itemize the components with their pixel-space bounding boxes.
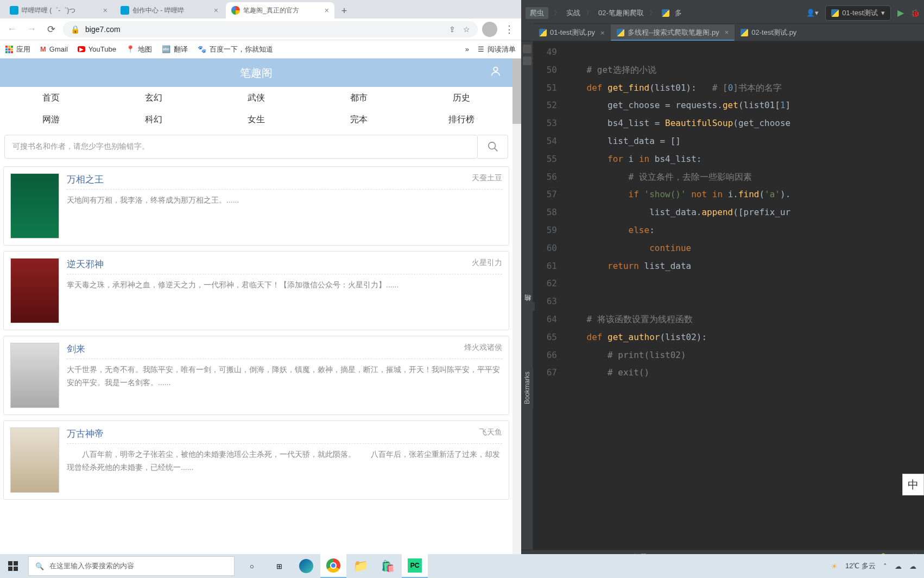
chevron-up-icon[interactable]: ˄ [883,562,887,570]
chrome-button[interactable] [320,554,346,578]
start-button[interactable] [0,554,26,578]
ime-indicator[interactable]: 中 [902,474,924,495]
back-button[interactable]: ← [4,22,20,37]
chrome-tab-0[interactable]: 哔哩哔哩 (゜-゜)つ × [4,2,113,18]
star-icon[interactable]: ☆ [463,25,470,34]
folder-icon: 📁 [353,559,368,573]
close-icon[interactable]: × [325,6,329,15]
structure-icon[interactable] [523,56,531,65]
editor-tab-2[interactable]: 02-test测试.py [735,24,802,41]
book-cover [10,343,59,408]
cortana-button[interactable]: ○ [239,554,265,578]
user-icon[interactable]: 👤▾ [806,9,819,17]
onedrive-icon[interactable]: ☁ [895,562,902,570]
store-button[interactable]: 🛍️ [375,554,401,578]
pycharm-button[interactable]: PC [402,554,428,578]
close-icon[interactable]: × [103,6,107,15]
code-content[interactable]: # get选择的小说 def get_find(list01): # [0]书本… [566,41,924,550]
translate-icon: 🔤 [162,45,170,53]
chrome-tab-2[interactable]: 笔趣阁_真正的官方 × [226,2,334,18]
user-icon[interactable] [490,65,502,80]
weather-text[interactable]: 12℃ 多云 [845,561,876,571]
edge-button[interactable] [293,554,319,578]
forward-button[interactable]: → [24,22,39,37]
book-card[interactable]: 万古神帝 飞天鱼 八百年前，明帝之子张若尘，被他的未婚妻池瑶公主杀死，一代天骄，… [3,420,509,500]
bookmark-gmail[interactable]: MGmail [40,45,68,53]
ide-toolbar: 爬虫 〉 实战 〉 02-笔趣阁爬取 〉 多 👤▾ 01-test测试 ▾ ▶ … [521,2,924,24]
bm-label: 阅读清单 [488,45,516,54]
reload-button[interactable]: ⟳ [43,22,59,37]
menu-button[interactable]: ⋮ [502,22,517,37]
close-icon[interactable]: × [725,28,729,36]
task-view-button[interactable]: ⊞ [266,554,292,578]
nav-item[interactable]: 网游 [0,109,103,130]
bookmarks-tool-tab[interactable]: 结构 [521,302,535,311]
profile-avatar[interactable] [482,22,497,37]
book-card[interactable]: 万相之王 天蚕土豆 天地间有万相，我李洛，终将成为那万相之王。...... [3,166,509,246]
crumb[interactable]: 爬虫 [526,7,548,19]
overflow-icon[interactable]: » [465,45,469,53]
nav-item[interactable]: 玄幻 [103,87,205,109]
share-icon[interactable]: ⇪ [449,25,455,34]
maps-icon: 📍 [126,45,135,53]
search-input[interactable]: 可搜书名和作者，请您少字也别输错字。 [4,135,478,159]
crumb[interactable]: 02-笔趣阁爬取 [598,8,644,18]
apps-button[interactable]: 应用 [5,45,30,54]
book-title[interactable]: 剑来 [67,343,85,355]
bookmarks-tool-tab[interactable]: Bookmarks [521,367,533,409]
search-button[interactable] [478,135,508,159]
new-tab-button[interactable]: + [337,3,352,18]
book-author: 烽火戏诸侯 [464,343,502,355]
editor-tab-0[interactable]: 01-test测试.py × [533,24,611,41]
run-button[interactable]: ▶ [897,8,904,18]
system-tray[interactable]: ☀ 12℃ 多云 ˄ ☁ ☁ [831,561,924,571]
close-icon[interactable]: × [214,6,218,15]
close-icon[interactable]: × [600,29,605,37]
book-card[interactable]: 剑来 烽火戏诸侯 大千世界，无奇不有。我陈平安，唯有一剑，可搬山，倒海，降妖，镇… [3,336,509,415]
book-author: 火星引力 [472,258,502,271]
nav-item[interactable]: 首页 [0,87,103,109]
chrome-tab-1[interactable]: 创作中心 - 哔哩哔 × [115,2,224,18]
reading-list-button[interactable]: ☰阅读清单 [478,45,516,54]
breadcrumb[interactable]: 爬虫 〉 实战 〉 02-笔趣阁爬取 〉 多 [526,7,682,19]
code-editor[interactable]: 49505152535455565758596061626364656667 #… [533,41,924,550]
bookmark-maps[interactable]: 📍地图 [126,45,152,54]
python-icon [539,29,547,36]
book-cover [10,428,59,493]
debug-button[interactable]: 🐞 [910,9,920,17]
nav-item[interactable]: 武侠 [205,87,308,109]
bookmark-translate[interactable]: 🔤翻译 [162,45,188,54]
bookmark-baidu[interactable]: 🐾百度一下，你就知道 [198,45,273,54]
nav-item[interactable]: 都市 [307,87,410,109]
address-bar[interactable]: 🔒 bige7.com ⇪ ☆ [63,21,478,37]
windows-search-input[interactable]: 🔍 在这里输入你要搜索的内容 [28,556,235,576]
crumb[interactable]: 实战 [566,8,580,18]
editor-tab-1[interactable]: 多线程--搜索式爬取笔趣阁.py × [611,24,735,41]
crumb[interactable]: 多 [675,8,682,18]
project-icon[interactable] [523,45,531,53]
explorer-button[interactable]: 📁 [347,554,374,578]
book-description: 大千世界，无奇不有。我陈平安，唯有一剑，可搬山，倒海，降妖，镇魔，敕神，摘星，断… [67,363,502,389]
tool-gutter[interactable] [521,41,533,550]
scrollbar[interactable] [512,59,521,578]
nav-item[interactable]: 女生 [205,109,308,130]
nav-item[interactable]: 科幻 [103,109,205,130]
nav-item[interactable]: 历史 [410,87,512,109]
bm-label: 应用 [16,45,30,54]
book-title[interactable]: 万相之王 [67,173,104,186]
python-icon [741,29,748,36]
run-config-selector[interactable]: 01-test测试 ▾ [825,5,891,21]
tab-label: 02-test测试.py [751,28,796,37]
nav-item[interactable]: 排行榜 [410,109,512,130]
search-icon: 🔍 [35,562,44,570]
book-card[interactable]: 逆天邪神 火星引力 掌天毒之珠，承邪神之血，修逆天之力，一代邪神，君临天下！【添… [3,251,509,330]
bookmark-youtube[interactable]: ▶YouTube [78,45,116,53]
python-icon [617,29,624,36]
book-cover [10,258,59,323]
editor-tabstrip: 01-test测试.py × 多线程--搜索式爬取笔趣阁.py × 02-tes… [521,24,924,41]
book-title[interactable]: 逆天邪神 [67,258,104,271]
cloud-icon[interactable]: ☁ [909,562,916,570]
book-title[interactable]: 万古神帝 [67,428,104,440]
nav-item[interactable]: 完本 [307,109,410,130]
page-content[interactable]: 笔趣阁 首页玄幻武侠都市历史网游科幻女生完本排行榜 可搜书名和作者，请您少字也别… [0,59,512,578]
